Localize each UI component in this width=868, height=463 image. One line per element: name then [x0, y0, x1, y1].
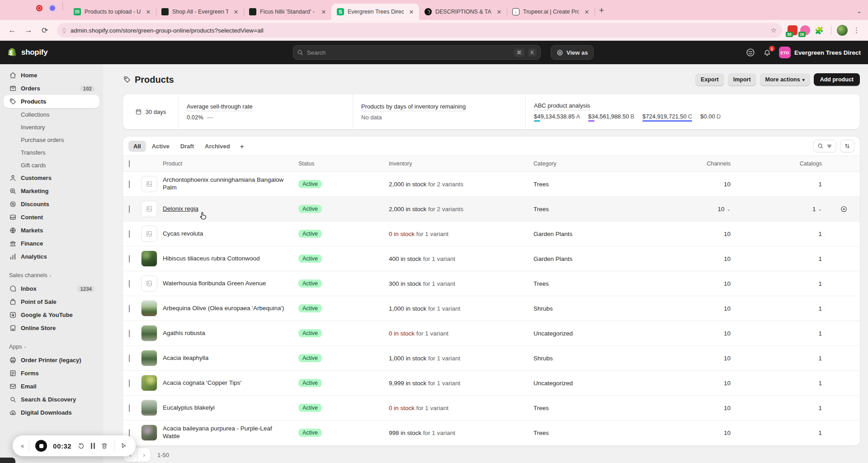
next-page-button[interactable]: ›	[137, 448, 151, 462]
product-name-link[interactable]: Archontophoenix cunninghamiana Bangalow …	[163, 176, 298, 192]
col-product[interactable]: Product	[163, 161, 298, 167]
sidebar-item-orders[interactable]: Orders102	[4, 82, 99, 95]
row-checkbox[interactable]	[129, 205, 130, 213]
sidebar-subitem-transfers[interactable]: Transfers	[4, 146, 99, 159]
row-checkbox[interactable]	[129, 230, 130, 238]
product-row-8[interactable]: Acacia cognata 'Copper Tips' Active 9,99…	[123, 371, 860, 396]
bookmark-star-icon[interactable]: ☆	[771, 26, 777, 34]
preview-eye-icon[interactable]	[840, 205, 848, 213]
browser-tab-0[interactable]: Products to upload - Upwork ✕	[68, 4, 156, 20]
view-tab-all[interactable]: All	[128, 141, 146, 152]
browser-menu-icon[interactable]: ⋮	[850, 26, 863, 34]
extension-icon-pink[interactable]: 16	[800, 25, 810, 35]
row-checkbox[interactable]	[129, 354, 130, 362]
add-view-button[interactable]: +	[236, 141, 248, 151]
product-row-5[interactable]: Arbequina Olive (Olea europaea 'Arbequin…	[123, 296, 860, 321]
select-all-checkbox[interactable]	[129, 160, 130, 167]
catalogs-cell[interactable]: 1⌄	[737, 206, 827, 213]
product-row-4[interactable]: Waterhousia floribunda Green Avenue Acti…	[123, 271, 860, 296]
product-row-7[interactable]: Acacia iteaphylla Active 1,000 in stock …	[123, 346, 860, 371]
col-status[interactable]: Status	[298, 161, 389, 167]
close-tab-icon[interactable]: ✕	[144, 8, 152, 16]
col-category[interactable]: Category	[533, 161, 642, 167]
export-button[interactable]: Export	[695, 73, 724, 86]
metric-sell-through[interactable]: Average sell-through rate 0.02%—	[178, 94, 353, 129]
product-row-3[interactable]: Hibiscus tiliaceus rubra Cottonwood Acti…	[123, 246, 860, 271]
product-name-link[interactable]: Waterhousia floribunda Green Avenue	[163, 280, 298, 288]
forward-button[interactable]: →	[22, 24, 35, 37]
sidebar-item-finance[interactable]: Finance	[4, 237, 99, 250]
product-row-9[interactable]: Eucalyptus blakelyi Active 0 in stock fo…	[123, 396, 860, 420]
view-tab-active[interactable]: Active	[147, 141, 175, 152]
row-checkbox[interactable]	[129, 255, 130, 263]
sort-button[interactable]	[840, 140, 854, 152]
col-inventory[interactable]: Inventory	[389, 161, 533, 167]
extensions-puzzle-icon[interactable]: 🧩	[813, 26, 826, 35]
col-channels[interactable]: Channels	[642, 161, 737, 167]
sidebar-subitem-purchase-orders[interactable]: Purchase orders	[4, 133, 99, 146]
sidebar-item-discounts[interactable]: Discounts	[4, 198, 99, 211]
close-tab-icon[interactable]: ✕	[495, 8, 503, 16]
metric-abc-analysis[interactable]: ABC product analysis $49,134,538.85A$34,…	[525, 94, 860, 129]
browser-profile-avatar[interactable]	[837, 25, 848, 36]
view-as-button[interactable]: View as	[551, 45, 594, 60]
product-name-link[interactable]: Delonix regia	[163, 205, 298, 213]
close-tab-icon[interactable]: ✕	[232, 8, 240, 16]
new-tab-button[interactable]: +	[594, 5, 609, 20]
view-tab-draft[interactable]: Draft	[175, 141, 199, 152]
sidebar-subitem-gift-cards[interactable]: Gift cards	[4, 159, 99, 171]
browser-tab-5[interactable]: Trupeer.ai | Create Product Vi ✕	[507, 4, 594, 20]
sidebar-item-content[interactable]: Content	[4, 211, 99, 224]
browser-tab-1[interactable]: Shop All - Evergreen Trees Di ✕	[156, 4, 244, 20]
collapse-recorder-icon[interactable]: ‹‹	[21, 442, 23, 449]
browser-tab-4[interactable]: DESCRIPTIONS & TAGS ✕	[419, 4, 507, 20]
product-name-link[interactable]: Arbequina Olive (Olea europaea 'Arbequin…	[163, 305, 298, 312]
product-name-link[interactable]: Acacia baileyana purpurea - Purple-Leaf …	[163, 425, 298, 440]
apps-header[interactable]: Apps›	[4, 340, 99, 354]
stop-recording-button[interactable]	[35, 440, 47, 452]
channels-cell[interactable]: 10⌄	[642, 206, 737, 213]
browser-tab-3[interactable]: Evergreen Trees Direct · Prod ✕	[331, 4, 419, 20]
sidebar-item-order-printer-legacy-[interactable]: Order Printer (legacy)	[4, 354, 99, 367]
product-name-link[interactable]: Hibiscus tiliaceus rubra Cottonwood	[163, 255, 298, 263]
delete-recording-icon[interactable]	[101, 442, 108, 449]
sidebar-item-analytics[interactable]: Analytics	[4, 250, 99, 263]
row-checkbox[interactable]	[129, 180, 130, 188]
sidebar-item-online-store[interactable]: Online Store	[4, 321, 99, 335]
browser-tab-2[interactable]: Ficus hillii 'Standard' - Everg ✕	[244, 4, 331, 20]
sidebar-item-markets[interactable]: Markets	[4, 224, 99, 237]
pause-recording-icon[interactable]	[91, 443, 95, 449]
row-checkbox[interactable]	[129, 330, 130, 337]
sidebar-item-point-of-sale[interactable]: Point of Sale	[4, 295, 99, 308]
search-filter-button[interactable]	[813, 140, 836, 152]
sidebar-subitem-collections[interactable]: Collections	[4, 108, 99, 121]
back-button[interactable]: ←	[5, 24, 19, 37]
row-checkbox[interactable]	[129, 404, 130, 412]
notifications-bell-icon[interactable]: 1	[763, 48, 772, 57]
restart-recording-icon[interactable]	[77, 442, 85, 450]
product-row-2[interactable]: Cycas revoluta Active 0 in stock for 1 v…	[123, 222, 860, 246]
date-range-picker[interactable]: 30 days	[123, 94, 178, 129]
sidebar-item-products[interactable]: Products	[4, 95, 99, 108]
sidebar-item-forms[interactable]: Forms	[4, 367, 99, 380]
address-bar[interactable]: ⍜ admin.shopify.com/store/green-group-on…	[57, 23, 782, 38]
row-checkbox[interactable]	[129, 429, 130, 437]
import-button[interactable]: Import	[728, 73, 756, 86]
tab-search-chevron-icon[interactable]: ⌄	[857, 8, 862, 14]
product-row-0[interactable]: Archontophoenix cunninghamiana Bangalow …	[123, 172, 860, 197]
close-tab-icon[interactable]: ✕	[583, 8, 591, 16]
extension-icon-red[interactable]: 30	[788, 25, 797, 35]
metric-inventory-days[interactable]: Products by days of inventory remaining …	[353, 94, 525, 129]
product-name-link[interactable]: Acacia cognata 'Copper Tips'	[163, 379, 298, 387]
reload-button[interactable]: ⟳	[38, 24, 52, 37]
sidebar-item-inbox[interactable]: Inbox1234	[4, 282, 99, 295]
product-name-link[interactable]: Acacia iteaphylla	[163, 354, 298, 362]
product-name-link[interactable]: Eucalyptus blakelyi	[163, 404, 298, 412]
close-tab-icon[interactable]: ✕	[320, 8, 328, 16]
add-product-button[interactable]: Add product	[814, 73, 860, 86]
sales-channels-header[interactable]: Sales channels›	[4, 269, 99, 282]
url-text[interactable]: admin.shopify.com/store/green-group-onli…	[71, 27, 766, 34]
col-catalogs[interactable]: Catalogs	[737, 161, 827, 167]
assistant-icon[interactable]	[745, 47, 755, 57]
row-checkbox[interactable]	[129, 379, 130, 387]
